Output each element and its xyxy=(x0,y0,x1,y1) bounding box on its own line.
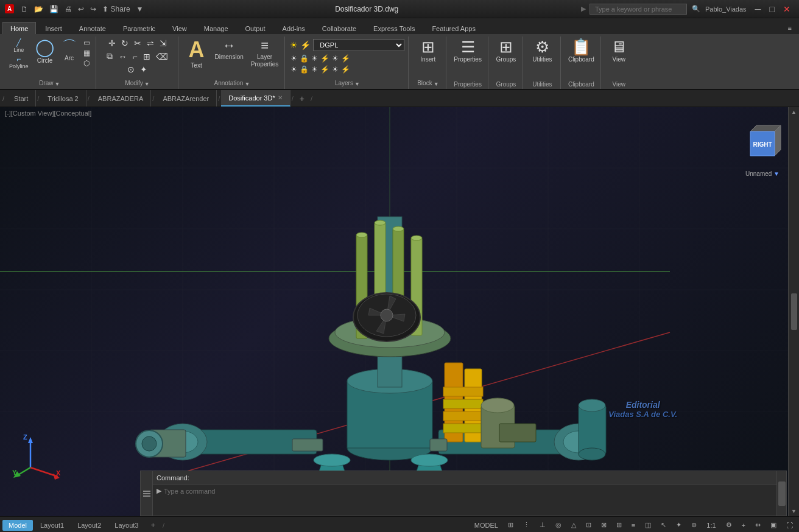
utilities-button[interactable]: ⚙ Utilities xyxy=(530,38,554,65)
ws-btn[interactable]: ⚙ xyxy=(722,520,736,530)
tab-featured-apps[interactable]: Featured Apps xyxy=(424,22,484,34)
block-expand-icon[interactable]: ▼ xyxy=(434,81,439,87)
layer-icon-3[interactable]: ☀ xyxy=(311,54,319,63)
arc-button[interactable]: ⌒ Arc xyxy=(60,38,79,63)
command-scrollbar[interactable] xyxy=(776,471,786,516)
groups-button[interactable]: ⊞ Groups xyxy=(494,38,519,65)
status-tab-layout3[interactable]: Layout3 xyxy=(108,520,144,531)
layer-icon-8[interactable]: 🔒 xyxy=(299,65,309,74)
clipboard-button[interactable]: 📋 Clipboard xyxy=(566,38,597,65)
array-button[interactable]: ⊞ xyxy=(141,51,152,62)
scroll-up-btn[interactable]: ▲ xyxy=(791,107,797,117)
layer-icon-4[interactable]: ⚡ xyxy=(320,54,330,63)
close-button[interactable]: ✕ xyxy=(780,4,794,14)
tab-collaborate[interactable]: Collaborate xyxy=(314,22,364,34)
stretch-button[interactable]: ↔ xyxy=(116,51,128,62)
tab-abrazadera[interactable]: ABRAZADERA xyxy=(91,90,152,107)
tab-manage[interactable]: Manage xyxy=(196,22,236,34)
layer-icon-12[interactable]: ⚡ xyxy=(340,65,351,74)
dimension-button[interactable]: ↔ Dimension xyxy=(213,38,246,62)
rectangle-button[interactable]: ▭ xyxy=(82,38,92,47)
move-button[interactable]: ✛ xyxy=(107,38,118,49)
layer-properties-button[interactable]: ≡ LayerProperties xyxy=(248,38,281,69)
viewcube-dropdown-icon[interactable]: ▼ xyxy=(773,170,780,177)
redo-button[interactable]: ↪ xyxy=(88,4,98,15)
new-button[interactable]: 🗋 xyxy=(19,4,30,15)
properties-button[interactable]: ☰ Properties xyxy=(451,38,484,65)
tab-output[interactable]: Output xyxy=(238,22,273,34)
layer-icon-11[interactable]: ☀ xyxy=(331,65,339,74)
lineweight-btn[interactable]: ≡ xyxy=(628,520,639,530)
rotate-button[interactable]: ↻ xyxy=(119,38,130,49)
tab-annotate[interactable]: Annotate xyxy=(71,22,114,34)
text-button[interactable]: A Text xyxy=(183,38,210,71)
print-button[interactable]: 🖨 xyxy=(63,4,74,15)
command-scrollbar-thumb[interactable] xyxy=(778,481,786,506)
undo-button[interactable]: ↩ xyxy=(76,4,86,15)
layer-dropdown[interactable]: DGPL xyxy=(313,39,404,51)
tab-insert[interactable]: Insert xyxy=(37,22,70,34)
insert-button[interactable]: ⊞ Insert xyxy=(417,38,439,65)
command-input[interactable] xyxy=(164,488,783,495)
canvas-scrollbar-v[interactable]: ▲ ▼ xyxy=(788,107,799,516)
fillet-button[interactable]: ⌐ xyxy=(130,51,139,62)
circle-button[interactable]: ◯ Circle xyxy=(33,38,57,66)
tab-parametric[interactable]: Parametric xyxy=(115,22,163,34)
share-button[interactable]: ⬆ Share xyxy=(100,4,132,15)
status-tab-layout1[interactable]: Layout1 xyxy=(34,520,70,531)
layer-icon-2[interactable]: 🔒 xyxy=(299,54,309,63)
tab-start[interactable]: Start xyxy=(7,90,36,107)
view-button[interactable]: 🖥 View xyxy=(608,38,630,65)
scroll-down-btn[interactable]: ▼ xyxy=(791,506,797,516)
scale-button[interactable]: ⇲ xyxy=(158,38,169,49)
tab-tridilosa2[interactable]: Tridilosa 2 xyxy=(40,90,86,107)
model-svg[interactable] xyxy=(0,107,799,516)
search-icon[interactable]: 🔍 xyxy=(692,5,700,13)
status-tab-layout2[interactable]: Layout2 xyxy=(71,520,107,531)
dyn-btn[interactable]: ⊞ xyxy=(613,520,625,530)
more-button[interactable]: ▼ xyxy=(135,4,146,15)
region-button[interactable]: ⬡ xyxy=(82,58,92,68)
tab-dosificador3d-close[interactable]: ✕ xyxy=(278,94,283,101)
explode-button[interactable]: ✦ xyxy=(138,64,149,75)
status-tab-model[interactable]: Model xyxy=(2,520,33,531)
erase-button[interactable]: ⌫ xyxy=(154,51,170,62)
layer-icon-5[interactable]: ☀ xyxy=(331,54,339,63)
snap-btn[interactable]: ⋮ xyxy=(519,520,533,530)
transp-btn[interactable]: ◫ xyxy=(641,520,655,530)
tab-addins[interactable]: Add-ins xyxy=(275,22,313,34)
draw-expand-icon[interactable]: ▼ xyxy=(54,81,60,87)
layer-icon-7[interactable]: ☀ xyxy=(290,65,298,74)
hatch-button[interactable]: ▦ xyxy=(82,48,92,58)
sel-btn[interactable]: ↖ xyxy=(657,520,670,530)
keyword-search[interactable] xyxy=(590,4,687,15)
offset-button[interactable]: ⊙ xyxy=(125,64,136,75)
otrack-btn[interactable]: ⊡ xyxy=(582,520,595,530)
grip-btn[interactable]: ✦ xyxy=(672,520,685,530)
annotation-expand-icon[interactable]: ▼ xyxy=(244,81,250,87)
line-button[interactable]: ╱ Line xyxy=(7,38,30,54)
layout-add-button[interactable]: + xyxy=(146,518,160,532)
anno-scale-btn[interactable]: 1:1 xyxy=(703,520,719,530)
infer-btn[interactable]: ⊕ xyxy=(688,520,700,530)
snap-grid-btn[interactable]: ⊞ xyxy=(504,520,517,530)
scroll-thumb-v[interactable] xyxy=(791,293,797,330)
tab-abrazarender[interactable]: ABRAZArender xyxy=(155,90,217,107)
tab-dosificador3d[interactable]: Dosificador 3D* ✕ xyxy=(221,90,290,107)
maximize-button[interactable]: □ xyxy=(766,4,778,14)
open-button[interactable]: 📂 xyxy=(32,4,45,15)
save-button[interactable]: 💾 xyxy=(48,4,60,15)
copy-button[interactable]: ⧉ xyxy=(105,51,114,62)
layer-icon-9[interactable]: ☀ xyxy=(311,65,319,74)
polyline-button[interactable]: ⌐ Polyline xyxy=(7,54,30,70)
ortho-btn[interactable]: ⊥ xyxy=(536,520,549,530)
tab-view[interactable]: View xyxy=(164,22,195,34)
polar-btn[interactable]: ◎ xyxy=(552,520,565,530)
fullscreen-btn[interactable]: ⛶ xyxy=(783,520,797,530)
ducs-btn[interactable]: ⊠ xyxy=(597,520,610,530)
command-bar-resize[interactable] xyxy=(141,471,153,516)
viewcube-svg[interactable]: RIGHT xyxy=(738,119,787,168)
layer-icon-1[interactable]: ☀ xyxy=(290,54,298,63)
tab-home[interactable]: Home xyxy=(2,22,36,34)
layers-expand-icon[interactable]: ▼ xyxy=(354,81,360,87)
